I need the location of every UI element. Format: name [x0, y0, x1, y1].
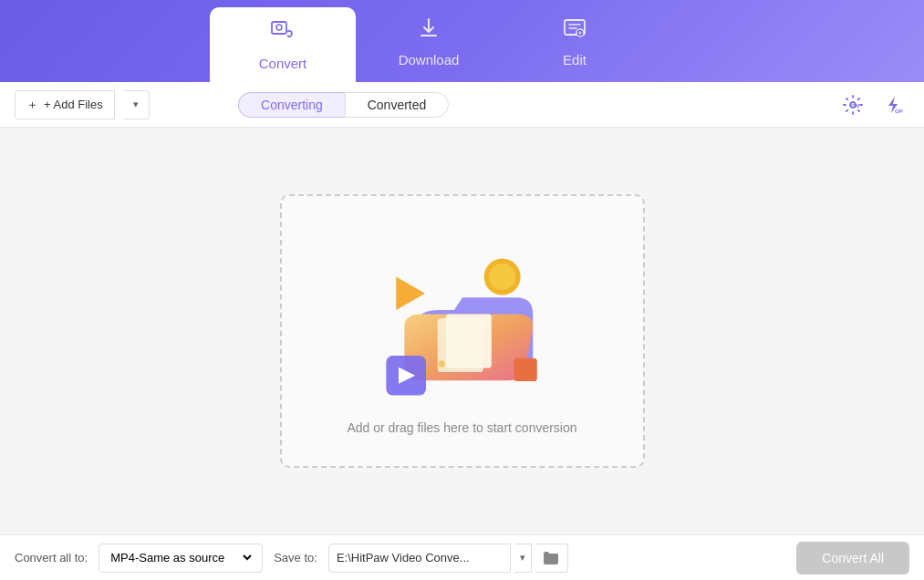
tab-edit[interactable]: Edit — [502, 0, 648, 82]
plus-icon: ＋ — [26, 97, 38, 113]
tab-edit-label: Edit — [563, 52, 587, 67]
sub-tab-group: Converting Converted — [238, 92, 449, 118]
add-files-label: + Add Files — [44, 98, 103, 111]
sub-tab-converting[interactable]: Converting — [238, 92, 345, 118]
svg-point-15 — [438, 360, 444, 367]
chevron-down-icon: ▾ — [520, 552, 525, 564]
save-path-dropdown[interactable]: ▾ — [514, 544, 532, 573]
tab-convert[interactable]: Convert — [210, 7, 356, 82]
tab-download[interactable]: Download — [356, 0, 502, 82]
browse-folder-button[interactable] — [535, 544, 568, 573]
save-path-display: E:\HitPaw Video Conve... — [328, 544, 511, 573]
tab-convert-label: Convert — [259, 56, 307, 71]
convert-all-to-label: Convert all to: — [15, 551, 88, 564]
svg-rect-14 — [514, 358, 536, 381]
svg-rect-0 — [272, 22, 286, 34]
main-area: Add or drag files here to start conversi… — [0, 128, 924, 534]
svg-marker-7 — [396, 277, 425, 310]
save-to-label: Save to: — [274, 551, 317, 564]
svg-text:OFF: OFF — [895, 109, 903, 114]
sub-tab-converted[interactable]: Converted — [345, 92, 450, 118]
format-select[interactable]: MP4-Same as source — [99, 544, 263, 573]
drop-zone-illustration — [371, 227, 554, 409]
download-icon — [416, 16, 441, 47]
svg-point-1 — [276, 25, 282, 30]
convert-all-label: Convert All — [822, 551, 884, 565]
save-path-container: E:\HitPaw Video Conve... ▾ — [328, 544, 568, 573]
svg-text:ON: ON — [851, 103, 859, 109]
converted-label: Converted — [368, 98, 427, 112]
svg-rect-11 — [445, 314, 491, 368]
convert-icon — [270, 19, 296, 50]
add-files-button[interactable]: ＋ + Add Files — [15, 90, 115, 119]
drop-zone[interactable]: Add or drag files here to start conversi… — [280, 194, 645, 468]
save-path-text: E:\HitPaw Video Conve... — [337, 551, 470, 564]
footer: Convert all to: MP4-Same as source Save … — [0, 534, 924, 580]
flash-button[interactable]: OFF — [877, 88, 909, 121]
drop-zone-text: Add or drag files here to start conversi… — [347, 420, 576, 435]
tab-download-label: Download — [399, 52, 460, 67]
toolbar: ＋ + Add Files ▾ Converting Converted ON … — [0, 82, 924, 128]
settings-button[interactable]: ON — [836, 88, 869, 121]
toolbar-right: ON OFF — [836, 88, 909, 121]
edit-icon — [562, 16, 587, 47]
chevron-down-icon: ▾ — [133, 98, 139, 110]
app-header: Convert Download Edit — [0, 0, 924, 82]
svg-point-9 — [489, 264, 515, 290]
add-files-dropdown[interactable]: ▾ — [124, 90, 150, 119]
converting-label: Converting — [261, 98, 323, 112]
convert-all-button[interactable]: Convert All — [796, 542, 909, 575]
format-select-input[interactable]: MP4-Same as source — [107, 550, 254, 565]
